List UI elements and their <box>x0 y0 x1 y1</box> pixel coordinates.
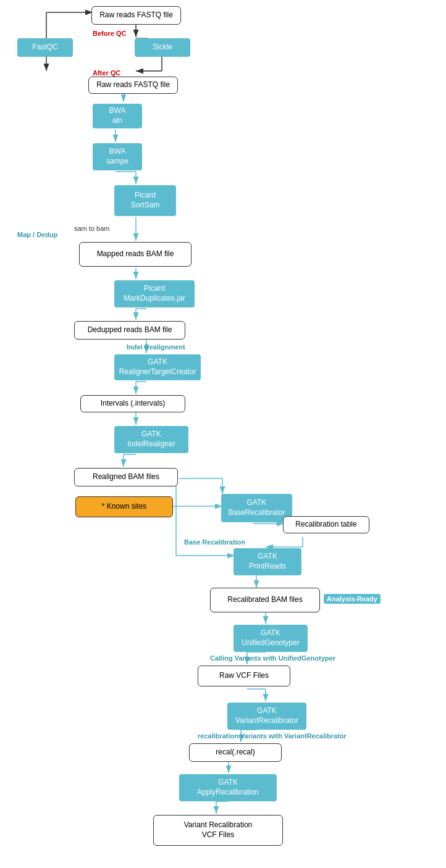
dedupped-reads-box: Dedupped reads BAM file <box>74 321 185 340</box>
known-sites-label: * Known sites <box>102 502 147 512</box>
indel-realignment-label: Indel Realignment <box>127 343 185 351</box>
recal-file-box: recal(.recal) <box>189 743 282 762</box>
map-dedup-label: Map / Dedup <box>17 231 57 238</box>
recal-table-box: Recalibration table <box>283 516 369 533</box>
fastqc-label: FastQC <box>32 43 57 52</box>
recal-table-label: Recalibration table <box>295 520 356 530</box>
bwa-aln-label: BWA aln <box>109 106 126 125</box>
bwa-sampe-box: BWA sampe <box>93 143 142 170</box>
raw-vcf-box: Raw VCF Files <box>198 666 290 686</box>
mapped-reads-box: Mapped reads BAM file <box>79 242 191 267</box>
gatk-variantrecal-label: GATK VariantRecalibrator <box>235 706 298 725</box>
dedupped-reads-label: Dedupped reads BAM file <box>88 325 172 335</box>
gatk-printreads-box: GATK PrintReads <box>234 548 301 575</box>
gatk-applyrecal-label: GATK ApplyRecalibration <box>197 778 259 797</box>
recal-variants-label: recalibration Variants with VariantRecal… <box>198 732 347 740</box>
gatk-printreads-label: GATK PrintReads <box>249 552 285 571</box>
sam-to-bam-label: sam to bam <box>74 225 109 232</box>
analysis-ready-label: Analysis-Ready <box>324 594 381 604</box>
bwa-aln-box: BWA aln <box>93 104 142 128</box>
gatk-realigner-label: GATK RealignerTargetCreator <box>119 357 196 377</box>
realigned-bam-label: Realigned BAM files <box>93 472 159 482</box>
gatk-indelrealigner-box: GATK IndelRealigner <box>114 426 188 453</box>
gatk-unifiedgenotyper-label: GATK UnifiedGenotyper <box>242 628 299 648</box>
raw-reads-1-box: Raw reads FASTQ file <box>91 6 181 25</box>
picard-markdup-label: Picard MarkDuplicates.jar <box>124 284 185 303</box>
recalibrated-bam-label: Recalibrated BAM files <box>227 595 302 605</box>
recal-file-label: recal(.recal) <box>216 748 255 757</box>
sickle-label: Sickle <box>153 43 172 52</box>
picard-markdup-box: Picard MarkDuplicates.jar <box>114 280 195 307</box>
intervals-label: Intervals (.intervals) <box>101 399 166 409</box>
known-sites-box: * Known sites <box>75 496 173 517</box>
gatk-baserecal-label: GATK BaseRecalibrator <box>228 498 285 517</box>
raw-reads-2-label: Raw reads FASTQ file <box>96 80 170 90</box>
variant-recal-vcf-box: Variant Recalibration VCF Files <box>153 815 283 846</box>
fastqc-box: FastQC <box>17 38 73 57</box>
gatk-indelrealigner-label: GATK IndelRealigner <box>127 430 175 449</box>
recalibrated-bam-box: Recalibrated BAM files <box>210 588 320 612</box>
base-recalibration-label: Base Recalibration <box>184 538 245 546</box>
calling-variants-label: Calling Variants with UnifiedGenotyper <box>210 654 335 662</box>
gatk-baserecal-box: GATK BaseRecalibrator <box>221 494 292 522</box>
sickle-box: Sickle <box>135 38 190 57</box>
gatk-unifiedgenotyper-box: GATK UnifiedGenotyper <box>234 625 308 652</box>
after-qc-label: After QC <box>93 69 120 77</box>
bwa-sampe-label: BWA sampe <box>106 147 128 166</box>
gatk-variantrecal-box: GATK VariantRecalibrator <box>227 703 306 730</box>
before-qc-label: Before QC <box>93 30 126 37</box>
gatk-realigner-box: GATK RealignerTargetCreator <box>114 354 201 380</box>
realigned-bam-box: Realigned BAM files <box>74 468 178 486</box>
raw-reads-1-label: Raw reads FASTQ file <box>99 10 173 20</box>
picard-sortsam-box: Picard SortSam <box>114 185 176 216</box>
picard-sortsam-label: Picard SortSam <box>131 191 160 210</box>
intervals-box: Intervals (.intervals) <box>80 395 185 412</box>
mapped-reads-label: Mapped reads BAM file <box>97 249 174 259</box>
gatk-applyrecal-box: GATK ApplyRecalibration <box>179 774 277 801</box>
raw-reads-2-box: Raw reads FASTQ file <box>88 77 178 94</box>
raw-vcf-label: Raw VCF Files <box>219 671 269 681</box>
variant-recal-vcf-label: Variant Recalibration VCF Files <box>184 820 253 840</box>
